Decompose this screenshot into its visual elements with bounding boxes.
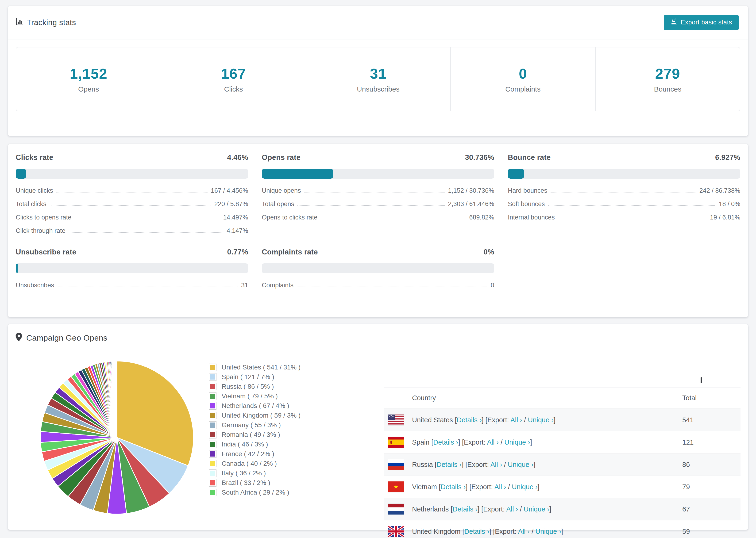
legend-item-south-africa[interactable]: South Africa ( 29 / 2% )	[209, 488, 300, 497]
rate-head: Opens rate 30.736%	[262, 153, 494, 162]
rate-row: Unique clicks 167 / 4.456%	[16, 181, 248, 194]
rates-grid: Clicks rate 4.46% Unique clicks 167 / 4.…	[8, 144, 748, 289]
country-name: Netherlands	[412, 506, 449, 513]
export-basic-stats-button[interactable]: Export basic stats	[664, 15, 739, 30]
rate-row-value: 242 / 86.738%	[699, 187, 740, 194]
legend-item-france[interactable]: France ( 42 / 2% )	[209, 449, 300, 459]
table-scrollbar-thumb[interactable]	[701, 377, 702, 383]
details-link[interactable]: Details ›	[453, 506, 477, 513]
legend-label: Canada ( 40 / 2% )	[222, 460, 277, 467]
details-link[interactable]: Details ›	[464, 528, 489, 535]
export-all-link[interactable]: All ›	[511, 416, 522, 424]
stat-value: 1,152	[70, 65, 107, 82]
rate-block-unsubscribe-rate: Unsubscribe rate 0.77% Unsubscribes 31	[16, 248, 248, 289]
rate-row: Soft bounces 18 / 0%	[508, 194, 740, 208]
country-total: 67	[682, 506, 740, 513]
geo-table-row-russia: Russia [Details ›] [Export: All › / Uniq…	[384, 454, 740, 476]
country-total: 79	[682, 483, 740, 491]
legend-item-canada[interactable]: Canada ( 40 / 2% )	[209, 459, 300, 468]
export-unique-link[interactable]: Unique ›	[523, 506, 549, 513]
export-unique-link[interactable]: Unique ›	[528, 416, 554, 424]
stat-label: Complaints	[505, 85, 540, 93]
rate-rows: Hard bounces 242 / 86.738% Soft bounces …	[508, 181, 740, 221]
legend-label: Germany ( 55 / 3% )	[222, 421, 281, 429]
dotted-leader	[321, 219, 466, 219]
stat-label: Clicks	[224, 85, 243, 93]
rate-row-label: Clicks to opens rate	[16, 214, 71, 221]
legend-label: United Kingdom ( 59 / 3% )	[222, 412, 300, 419]
dotted-leader	[50, 205, 211, 206]
pie-slice	[117, 361, 117, 438]
stat-value: 279	[655, 65, 680, 82]
details-link[interactable]: Details ›	[457, 416, 482, 424]
dotted-leader	[297, 205, 445, 206]
legend-swatch	[209, 421, 216, 429]
gb-flag-icon	[388, 526, 404, 537]
dotted-leader	[75, 219, 220, 219]
export-all-link[interactable]: All ›	[495, 483, 506, 491]
export-unique-link[interactable]: Unique ›	[508, 461, 534, 468]
legend-item-germany[interactable]: Germany ( 55 / 3% )	[209, 420, 300, 430]
legend-swatch	[209, 450, 216, 458]
legend-item-italy[interactable]: Italy ( 36 / 2% )	[209, 468, 300, 478]
export-unique-link[interactable]: Unique ›	[504, 439, 530, 446]
rate-progress-bar	[262, 263, 494, 273]
legend-item-brazil[interactable]: Brazil ( 33 / 2% )	[209, 478, 300, 488]
rate-row: Opens to clicks rate 689.82%	[262, 208, 494, 221]
export-all-link[interactable]: All ›	[506, 506, 518, 513]
bar-chart-icon	[16, 18, 24, 27]
legend-swatch	[209, 364, 216, 371]
rates-card: Clicks rate 4.46% Unique clicks 167 / 4.…	[8, 144, 748, 317]
rate-row-value: 0	[491, 282, 494, 289]
rate-title: Bounce rate	[508, 153, 551, 162]
country-name: Vietnam	[412, 483, 437, 491]
legend-item-united-states[interactable]: United States ( 541 / 31% )	[209, 362, 300, 372]
legend-label: Russia ( 86 / 5% )	[222, 383, 274, 390]
rate-head: Complaints rate 0%	[262, 248, 494, 256]
legend-item-russia[interactable]: Russia ( 86 / 5% )	[209, 382, 300, 391]
pie-legend: United States ( 541 / 31% ) Spain ( 121 …	[209, 362, 300, 497]
legend-swatch	[209, 412, 216, 419]
rate-row-label: Total clicks	[16, 200, 46, 208]
export-unique-link[interactable]: Unique ›	[535, 528, 561, 535]
legend-item-spain[interactable]: Spain ( 121 / 7% )	[209, 372, 300, 382]
rate-percent: 0%	[484, 248, 494, 256]
export-unique-link[interactable]: Unique ›	[512, 483, 538, 491]
rate-rows: Unique opens 1,152 / 30.736% Total opens…	[262, 181, 494, 221]
summary-stats-grid: 1,152 Opens167 Clicks31 Unsubscribes0 Co…	[16, 47, 740, 111]
dotted-leader	[304, 192, 445, 192]
summary-stat-bounces: 279 Bounces	[595, 47, 740, 111]
geo-opens-pie-chart	[39, 360, 194, 515]
export-all-link[interactable]: All ›	[518, 528, 530, 535]
rate-row-label: Soft bounces	[508, 200, 545, 208]
legend-item-united-kingdom[interactable]: United Kingdom ( 59 / 3% )	[209, 410, 300, 420]
legend-swatch	[209, 441, 216, 448]
export-all-link[interactable]: All ›	[490, 461, 502, 468]
legend-item-vietnam[interactable]: Vietnam ( 79 / 5% )	[209, 391, 300, 401]
legend-swatch	[209, 373, 216, 381]
summary-stat-clicks: 167 Clicks	[161, 47, 305, 111]
rate-row-label: Hard bounces	[508, 187, 547, 194]
legend-label: Vietnam ( 79 / 5% )	[222, 393, 278, 400]
details-link[interactable]: Details ›	[433, 439, 458, 446]
rate-row-value: 2,303 / 61.446%	[448, 200, 494, 208]
country-total: 86	[682, 461, 740, 468]
rate-progress-fill	[262, 169, 333, 179]
stat-value: 31	[370, 65, 387, 82]
summary-stat-unsubscribes: 31 Unsubscribes	[306, 47, 450, 111]
country-name: Spain	[412, 439, 429, 446]
details-link[interactable]: Details ›	[441, 483, 465, 491]
rate-head: Bounce rate 6.927%	[508, 153, 740, 162]
rate-progress-fill	[16, 263, 18, 273]
rate-rows: Unique clicks 167 / 4.456% Total clicks …	[16, 181, 248, 235]
details-link[interactable]: Details ›	[437, 461, 461, 468]
legend-item-romania[interactable]: Romania ( 49 / 3% )	[209, 430, 300, 439]
geo-title: Campaign Geo Opens	[26, 333, 108, 343]
legend-item-netherlands[interactable]: Netherlands ( 67 / 4% )	[209, 401, 300, 410]
dotted-leader	[58, 287, 238, 287]
rate-title: Unsubscribe rate	[16, 248, 76, 256]
export-all-link[interactable]: All ›	[487, 439, 499, 446]
legend-item-india[interactable]: India ( 46 / 3% )	[209, 439, 300, 449]
country-name: Russia	[412, 461, 433, 468]
dotted-leader	[297, 287, 487, 287]
